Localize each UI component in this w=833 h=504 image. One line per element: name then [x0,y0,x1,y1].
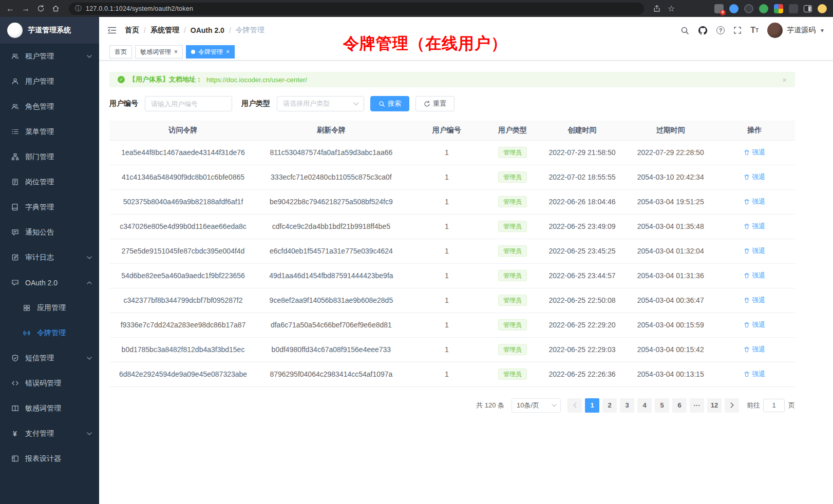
force-logout-button[interactable]: 强退 [744,320,765,329]
created-cell: 2022-06-25 23:49:09 [537,214,627,239]
extensions-puzzle-icon[interactable] [774,4,783,13]
tab-sensitive-word[interactable]: 敏感词管理 × [135,45,183,59]
access-token-cell: 6d842e2924594de9a09e45e087323abe [109,362,257,386]
help-icon[interactable]: ? [716,26,725,34]
success-check-icon: ✓ [118,76,125,83]
side-panel-icon[interactable] [804,5,812,12]
page-button-2[interactable]: 2 [602,398,617,413]
sidebar-item-audit-log[interactable]: 审计日志 [0,245,99,270]
doc-link[interactable]: https://doc.iocoder.cn/user-center/ [206,76,307,84]
breadcrumb-oauth[interactable]: OAuth 2.0 [191,26,224,34]
force-logout-button[interactable]: 强退 [744,197,765,206]
sidebar-item-label: 敏感词管理 [25,404,61,413]
sidebar-item-tenant[interactable]: 租户管理 [0,44,99,69]
extension-pinned-icon[interactable]: 0 [714,4,724,13]
close-icon[interactable]: × [782,75,787,84]
sidebar-item-label: 角色管理 [25,102,54,111]
sidebar-toggle-icon[interactable] [107,26,117,34]
sidebar-item-report-designer[interactable]: 报表设计器 [0,446,99,471]
user-type-select[interactable]: 请选择用户类型 [277,96,364,111]
force-logout-button[interactable]: 强退 [744,345,765,354]
back-icon[interactable]: ← [6,5,14,13]
sidebar-item-oauth-app[interactable]: 应用管理 [0,295,99,320]
forward-icon[interactable]: → [22,5,30,13]
access-token-cell: 54d6be82ee5a460a9aedc1f9bf223656 [109,263,257,288]
share-icon[interactable] [653,5,660,12]
sidebar-item-dept[interactable]: 部门管理 [0,144,99,169]
prev-page-button[interactable] [567,398,582,413]
fullscreen-icon[interactable] [733,26,742,34]
sidebar-item-token[interactable]: 令牌管理 [0,320,99,345]
reset-button[interactable]: 重置 [415,96,455,111]
oauth-icon [11,279,19,287]
page-button-4[interactable]: 4 [637,398,652,413]
close-icon[interactable]: × [226,49,230,55]
tab-home[interactable]: 首页 [109,45,132,59]
created-cell: 2022-06-25 22:29:20 [537,313,627,337]
force-logout-button[interactable]: 强退 [744,370,765,379]
font-size-icon[interactable]: TT [750,26,759,35]
breadcrumb-separator: / [144,26,146,34]
site-info-icon[interactable]: ⓘ [75,4,82,13]
sidebar-item-error-code[interactable]: 错误码管理 [0,371,99,396]
table-row: c347026e805e4d99b0d116eae66eda8ccdfc4ce9… [109,214,795,239]
search-button[interactable]: 搜索 [370,96,409,111]
force-logout-button[interactable]: 强退 [744,222,765,231]
breadcrumb-home[interactable]: 首页 [125,26,139,35]
sidebar-item-user[interactable]: 用户管理 [0,69,99,94]
created-cell: 2022-06-26 18:04:46 [537,189,627,214]
sidebar-item-oauth[interactable]: OAuth 2.0 [0,270,99,295]
force-logout-button[interactable]: 强退 [744,296,765,305]
extension-claw-icon[interactable] [789,4,798,13]
goto-page-input[interactable] [763,399,785,412]
extension-blue-icon[interactable] [729,4,739,13]
page-button-1[interactable]: 1 [585,398,599,413]
user-type-cell: 管理员 [488,362,537,386]
breadcrumb-system[interactable]: 系统管理 [150,26,179,35]
token-table: 访问令牌 刷新令牌 用户编号 用户类型 创建时间 过期时间 操作 1ea5e44… [109,121,795,387]
sidebar-item-sms[interactable]: 短信管理 [0,345,99,371]
user-menu[interactable]: 芋道源码 ▼ [767,23,825,38]
address-bar[interactable]: ⓘ 127.0.0.1:1024/system/oauth2/token [69,3,644,15]
more-pages-button[interactable]: ··· [690,398,704,413]
sidebar-item-pay[interactable]: ¥ 支付管理 [0,421,99,446]
user-id-input[interactable] [145,96,232,111]
home-icon[interactable] [52,5,60,12]
next-page-button[interactable] [725,398,739,413]
sidebar-item-sensitive-word[interactable]: 敏感词管理 [0,396,99,421]
close-icon[interactable]: × [174,49,178,55]
force-logout-button[interactable]: 强退 [744,148,765,157]
page-button-3[interactable]: 3 [620,398,634,413]
app-logo[interactable]: 芋道管理系统 [0,17,99,44]
page-button-6[interactable]: 6 [672,398,687,413]
search-icon[interactable] [680,26,689,35]
force-logout-button[interactable]: 强退 [744,271,765,280]
sidebar-item-post[interactable]: 岗位管理 [0,169,99,195]
access-token-cell: f9336e7c7dd242a283ee98dc86b17a87 [109,313,257,337]
created-cell: 2022-07-02 18:55:55 [537,165,627,189]
force-logout-button[interactable]: 强退 [744,246,765,256]
extension-dark-icon[interactable] [744,4,753,13]
sidebar-menu: 租户管理 用户管理 角色管理 菜单管理 部门管理 岗位管理 [0,44,99,504]
sidebar-item-dict[interactable]: 字典管理 [0,195,99,220]
refresh-token-cell: 8796295f04064c2983414cc54af1097a [257,362,406,386]
reload-icon[interactable] [37,5,45,12]
page-button-5[interactable]: 5 [655,398,669,413]
sidebar-item-notice[interactable]: 通知公告 [0,220,99,245]
page-size-select[interactable]: 10条/页 [512,398,561,413]
force-logout-button[interactable]: 强退 [744,172,765,182]
github-icon[interactable] [698,26,708,35]
extension-green-icon[interactable] [759,4,768,13]
error-code-icon [11,379,19,387]
bookmark-star-icon[interactable]: ☆ [668,5,675,13]
sidebar-item-menu[interactable]: 菜单管理 [0,119,99,144]
user-id-cell: 1 [406,337,488,362]
browser-toolbar: ← → ⓘ 127.0.0.1:1024/system/oauth2/token… [0,0,833,17]
browser-profile-avatar[interactable] [818,4,827,13]
sidebar-item-label: 岗位管理 [25,178,54,187]
tab-token[interactable]: 令牌管理 × [186,45,235,59]
sidebar-item-role[interactable]: 角色管理 [0,94,99,119]
page-button-12[interactable]: 12 [707,398,722,413]
table-row: f9336e7c7dd242a283ee98dc86b17a87dfa6c71a… [109,313,795,337]
action-cell: 强退 [714,239,795,263]
